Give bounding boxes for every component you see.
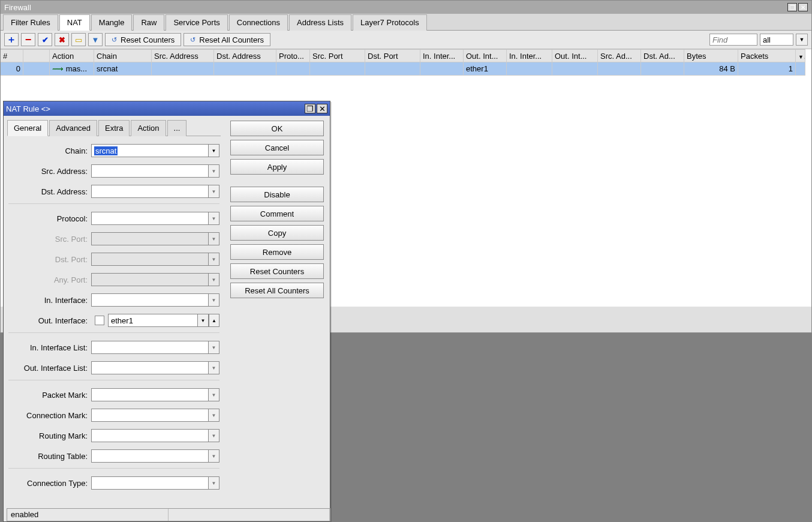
col-chain[interactable]: Chain (94, 49, 152, 62)
cell-dst-port[interactable] (365, 62, 420, 76)
src-addr-field[interactable] (91, 164, 209, 178)
cell-dst-addr-list[interactable] (641, 62, 684, 76)
tab-nat[interactable]: NAT (59, 14, 90, 31)
cell-end[interactable] (796, 62, 805, 76)
tab-filter-rules[interactable]: Filter Rules (3, 14, 58, 31)
reset-all-counters-button[interactable]: Reset All Counters (230, 283, 324, 298)
packet-mark-field[interactable] (91, 388, 209, 401)
tab-raw[interactable]: Raw (133, 14, 164, 31)
col-out-int[interactable]: Out. Int... (464, 49, 507, 62)
reset-all-counters-button[interactable]: ↺ Reset All Counters (184, 33, 270, 46)
in-if-list-field[interactable] (91, 341, 209, 354)
conn-mark-expand[interactable] (209, 409, 219, 422)
reset-counters-button[interactable]: ↺ Reset Counters (105, 33, 181, 46)
out-if-dropdown[interactable] (198, 314, 209, 327)
tab-service-ports[interactable]: Service Ports (166, 14, 227, 31)
conn-type-field[interactable] (91, 476, 209, 490)
in-if-field[interactable] (91, 293, 209, 307)
comment-button[interactable]: Comment (230, 206, 324, 221)
col-dst-addr-list[interactable]: Dst. Ad... (641, 49, 684, 62)
cell-packets[interactable]: 1 (738, 62, 796, 76)
dst-addr-expand[interactable] (209, 185, 219, 198)
dlg-tab-extra[interactable]: Extra (98, 120, 130, 136)
filter-dropdown[interactable]: all (760, 34, 793, 46)
filter-button[interactable]: ▼ (88, 33, 103, 46)
src-addr-expand[interactable] (209, 164, 219, 178)
cell-bytes[interactable]: 84 B (684, 62, 738, 76)
reset-counters-button[interactable]: Reset Counters (230, 263, 324, 279)
out-if-not-checkbox[interactable] (95, 316, 104, 325)
in-if-list-expand[interactable] (209, 341, 219, 354)
out-if-list-field[interactable] (91, 361, 209, 374)
chain-dropdown[interactable] (209, 144, 219, 157)
col-in-int[interactable]: In. Inter... (420, 49, 464, 62)
tab-mangle[interactable]: Mangle (91, 14, 133, 31)
col-out-int-list[interactable]: Out. Int... (552, 49, 598, 62)
copy-button[interactable]: Copy (230, 225, 324, 241)
tab-connections[interactable]: Connections (229, 14, 288, 31)
col-in-int-list[interactable]: In. Inter... (507, 49, 552, 62)
apply-button[interactable]: Apply (230, 159, 324, 175)
dlg-tab-advanced[interactable]: Advanced (49, 120, 97, 136)
out-if-list-expand[interactable] (209, 361, 219, 374)
add-button[interactable]: ＋ (4, 33, 19, 46)
cell-src-port[interactable] (310, 62, 365, 76)
main-restore-button[interactable]: ❐ (787, 3, 797, 11)
dlg-tab-more[interactable]: ... (167, 120, 187, 136)
filter-dropdown-arrow[interactable]: ▼ (796, 34, 808, 46)
col-src-port[interactable]: Src. Port (310, 49, 365, 62)
cell-src-addr[interactable] (152, 62, 214, 76)
col-dst-port[interactable]: Dst. Port (365, 49, 420, 62)
col-num[interactable]: # (1, 49, 23, 62)
dialog-restore-button[interactable]: ❐ (305, 104, 315, 113)
col-blank[interactable] (23, 49, 50, 62)
cell-chain[interactable]: srcnat (94, 62, 152, 76)
cell-action[interactable]: ⟿ mas... (50, 62, 94, 76)
cell-in-int[interactable] (420, 62, 464, 76)
col-src-addr-list[interactable]: Src. Ad... (598, 49, 641, 62)
cell-out-int[interactable]: ether1 (464, 62, 507, 76)
cell-dst-addr[interactable] (214, 62, 276, 76)
routing-table-field[interactable] (91, 449, 209, 463)
routing-table-expand[interactable] (209, 449, 219, 463)
comment-button[interactable]: ▭ (71, 33, 86, 46)
conn-mark-field[interactable] (91, 409, 209, 422)
routing-mark-field[interactable] (91, 429, 209, 442)
tab-layer7[interactable]: Layer7 Protocols (353, 14, 427, 31)
protocol-expand[interactable] (209, 212, 219, 225)
in-if-expand[interactable] (209, 293, 219, 307)
cell-src-addr-list[interactable] (598, 62, 641, 76)
out-if-collapse[interactable] (209, 314, 219, 327)
dlg-tab-general[interactable]: General (7, 120, 48, 136)
dlg-tab-action[interactable]: Action (131, 120, 166, 136)
col-menu[interactable]: ▼ (796, 49, 805, 62)
routing-mark-expand[interactable] (209, 429, 219, 442)
cell-proto[interactable] (276, 62, 310, 76)
conn-type-expand[interactable] (209, 476, 219, 490)
cell-out-int-list[interactable] (552, 62, 598, 76)
col-dst-addr[interactable]: Dst. Address (214, 49, 276, 62)
remove-button[interactable]: Remove (230, 244, 324, 260)
col-bytes[interactable]: Bytes (684, 49, 738, 62)
dialog-titlebar[interactable]: NAT Rule <> ❐ ✕ (4, 101, 330, 116)
col-src-addr[interactable]: Src. Address (152, 49, 214, 62)
ok-button[interactable]: OK (230, 121, 324, 136)
cell-in-int-list[interactable] (507, 62, 552, 76)
chain-field[interactable]: srcnat (91, 144, 209, 157)
dialog-close-button[interactable]: ✕ (317, 104, 327, 113)
disable-button[interactable]: ✖ (55, 33, 69, 46)
tab-address-lists[interactable]: Address Lists (289, 14, 351, 31)
remove-button[interactable]: − (21, 33, 35, 46)
cell-blank[interactable] (23, 62, 50, 76)
dst-addr-field[interactable] (91, 185, 209, 198)
disable-button[interactable]: Disable (230, 187, 324, 202)
main-close-button[interactable]: ✕ (798, 3, 808, 11)
col-action[interactable]: Action (50, 49, 94, 62)
enable-button[interactable]: ✔ (38, 33, 52, 46)
col-packets[interactable]: Packets (738, 49, 796, 62)
find-input[interactable] (709, 34, 757, 46)
protocol-field[interactable] (91, 212, 209, 225)
out-if-field[interactable]: ether1 (108, 314, 198, 327)
cancel-button[interactable]: Cancel (230, 140, 324, 155)
col-proto[interactable]: Proto... (276, 49, 310, 62)
